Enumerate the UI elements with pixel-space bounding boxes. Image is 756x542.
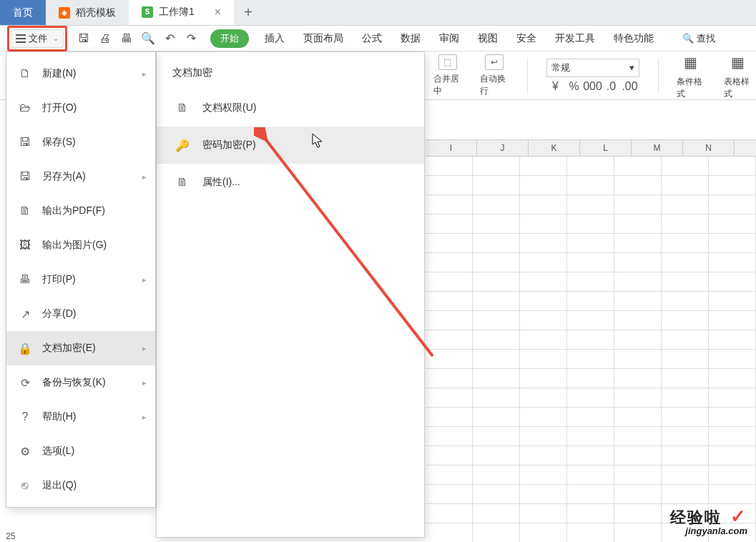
- chevron-down-icon: ▾: [629, 62, 634, 73]
- ribbon-tab-special[interactable]: 特色功能: [611, 28, 657, 49]
- percent-icon[interactable]: %: [568, 80, 581, 93]
- tab-workbook[interactable]: S 工作簿1 ×: [129, 0, 234, 25]
- submenu-properties[interactable]: 🗎 属性(I)...: [157, 164, 424, 201]
- ribbon-tab-review[interactable]: 审阅: [436, 28, 462, 49]
- menu-save[interactable]: 🖫 保存(S): [6, 125, 155, 159]
- ribbon-tab-dev-tools[interactable]: 开发工具: [552, 28, 598, 49]
- add-tab-button[interactable]: +: [234, 0, 262, 25]
- table-style-label: 表格样式: [724, 76, 752, 100]
- menu-backup[interactable]: ⟳ 备份与恢复(K) ▸: [6, 365, 155, 400]
- cond-format-group[interactable]: ▦ 条件格式: [672, 51, 709, 100]
- file-button-highlight: 文件 ⌄: [7, 26, 67, 51]
- print-icon[interactable]: 🖶: [120, 32, 133, 45]
- search-icon: 🔍: [682, 33, 694, 44]
- menu-options[interactable]: ⚙ 选项(L): [6, 434, 155, 468]
- docer-icon: ◆: [59, 7, 70, 19]
- save-as-icon: 🖫: [18, 169, 32, 184]
- gear-icon: ⚙: [18, 444, 32, 458]
- undo-icon[interactable]: ↶: [163, 32, 176, 45]
- ribbon-tabs: 开始 插入 页面布局 公式 数据 审阅 视图 安全 开发工具 特色功能 🔍 查找: [210, 28, 715, 49]
- col-header[interactable]: J: [477, 140, 529, 156]
- menu-print[interactable]: 🖶 打印(P) ▸: [6, 262, 155, 297]
- menu-export-image[interactable]: 🖼 输出为图片(G): [6, 228, 155, 262]
- spreadsheet-grid[interactable]: [426, 157, 756, 542]
- tab-docer[interactable]: ◆ 稻壳模板: [46, 0, 129, 25]
- merge-center-label: 合并居中: [433, 73, 461, 97]
- save-icon[interactable]: 🖫: [77, 32, 90, 45]
- ribbon-tab-start[interactable]: 开始: [210, 29, 249, 48]
- column-headers: I J K L M N: [426, 139, 756, 157]
- auto-wrap-group[interactable]: ↩ 自动换行: [476, 54, 512, 97]
- menu-help-label: 帮助(H): [42, 410, 76, 423]
- menu-exit[interactable]: ⎋ 退出(Q): [6, 468, 155, 503]
- menu-exit-label: 退出(Q): [42, 479, 77, 492]
- menu-help[interactable]: ? 帮助(H) ▸: [6, 400, 155, 434]
- menu-encrypt[interactable]: 🔒 文档加密(E) ▸: [6, 331, 155, 365]
- ribbon-tab-data[interactable]: 数据: [398, 28, 423, 49]
- chevron-down-icon: ⌄: [53, 34, 59, 42]
- ribbon-tab-page-layout[interactable]: 页面布局: [300, 28, 346, 49]
- print-icon: 🖶: [18, 272, 32, 287]
- merge-icon: ⬚: [438, 54, 457, 70]
- ribbon-tab-formula[interactable]: 公式: [359, 28, 385, 49]
- currency-icon[interactable]: ¥: [549, 80, 562, 93]
- menu-open-label: 打开(O): [42, 102, 77, 114]
- col-header[interactable]: N: [683, 140, 735, 156]
- find-label: 查找: [697, 32, 715, 45]
- menu-print-label: 打印(P): [42, 273, 76, 286]
- decrease-decimal-icon[interactable]: .0: [605, 80, 618, 93]
- menu-export-image-label: 输出为图片(G): [42, 239, 107, 252]
- menu-new[interactable]: 🗋 新建(N) ▸: [6, 56, 155, 91]
- key-icon: 🔑: [175, 138, 190, 152]
- menu-export-pdf[interactable]: 🗎 输出为PDF(F): [6, 194, 155, 228]
- increase-decimal-icon[interactable]: .00: [624, 80, 637, 93]
- tab-bar: 首页 ◆ 稻壳模板 S 工作簿1 × +: [0, 0, 756, 26]
- ribbon-tab-security[interactable]: 安全: [514, 28, 539, 49]
- submenu-permission[interactable]: 🗎 文档权限(U): [157, 89, 424, 127]
- chevron-right-icon: ▸: [142, 172, 147, 182]
- menu-share[interactable]: ↗ 分享(D): [6, 297, 155, 331]
- col-header[interactable]: K: [529, 140, 580, 156]
- permission-icon: 🗎: [175, 101, 190, 115]
- submenu-password[interactable]: 🔑 密码加密(P): [157, 127, 424, 164]
- cond-format-icon: ▦: [680, 51, 702, 73]
- col-header[interactable]: M: [632, 140, 683, 156]
- find-button[interactable]: 🔍 查找: [682, 32, 715, 45]
- file-button[interactable]: 文件 ⌄: [11, 29, 64, 48]
- menu-save-as[interactable]: 🖫 另存为(A) ▸: [6, 159, 155, 194]
- save2-icon[interactable]: 🖨: [99, 32, 112, 45]
- redo-icon[interactable]: ↷: [185, 32, 197, 45]
- number-format-select[interactable]: 常规 ▾: [546, 59, 639, 77]
- file-button-label: 文件: [29, 32, 47, 45]
- submenu-password-label: 密码加密(P): [202, 139, 256, 152]
- table-style-icon: ▦: [727, 51, 748, 73]
- menu-backup-label: 备份与恢复(K): [42, 376, 106, 389]
- comma-icon[interactable]: 000: [586, 80, 599, 93]
- sheet-icon: S: [142, 6, 153, 18]
- ribbon-tab-view[interactable]: 视图: [475, 28, 501, 49]
- cond-format-label: 条件格式: [677, 76, 705, 100]
- table-style-group[interactable]: ▦ 表格样式: [720, 51, 756, 100]
- new-icon: 🗋: [18, 66, 32, 81]
- col-header[interactable]: L: [580, 140, 632, 156]
- menu-open[interactable]: 🗁 打开(O): [6, 91, 155, 125]
- save-icon: 🖫: [18, 135, 32, 149]
- submenu-title: 文档加密: [157, 62, 424, 89]
- encrypt-submenu: 文档加密 🗎 文档权限(U) 🔑 密码加密(P) 🗎 属性(I)...: [156, 51, 425, 538]
- menu-save-label: 保存(S): [42, 136, 76, 149]
- preview-icon[interactable]: 🔍: [142, 32, 154, 45]
- col-header[interactable]: I: [426, 140, 477, 156]
- chevron-right-icon: ▸: [142, 275, 147, 285]
- hamburger-icon: [16, 34, 26, 43]
- share-icon: ↗: [18, 307, 32, 321]
- ribbon-tab-insert[interactable]: 插入: [262, 28, 288, 49]
- chevron-right-icon: ▸: [142, 413, 147, 422]
- tab-docer-label: 稻壳模板: [76, 6, 116, 19]
- merge-center-group[interactable]: ⬚ 合并居中: [429, 54, 466, 97]
- image-icon: 🖼: [18, 238, 32, 252]
- tab-workbook-label: 工作簿1: [159, 6, 195, 19]
- menu-share-label: 分享(D): [42, 307, 76, 320]
- menu-new-label: 新建(N): [42, 67, 76, 80]
- tab-home[interactable]: 首页: [0, 0, 46, 25]
- close-icon[interactable]: ×: [215, 6, 221, 19]
